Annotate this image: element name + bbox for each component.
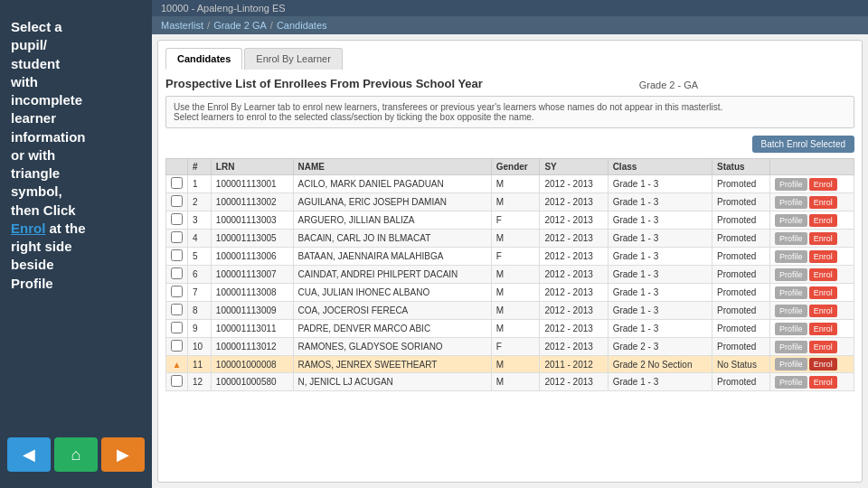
row-checkbox[interactable] bbox=[171, 231, 183, 243]
col-sy-cell: 2012 - 2013 bbox=[540, 338, 608, 356]
school-title: 10000 - Apaleng-Lintong ES bbox=[161, 3, 286, 14]
row-checkbox[interactable] bbox=[171, 375, 183, 387]
tab-enrol-by-learner[interactable]: Enrol By Learner bbox=[244, 48, 343, 70]
col-lrn-cell: 100001113001 bbox=[211, 175, 293, 193]
row-checkbox[interactable] bbox=[171, 286, 183, 297]
col-class: Class bbox=[608, 159, 712, 175]
row-actions-cell: ProfileEnrol bbox=[770, 356, 854, 373]
enrol-button[interactable]: Enrol bbox=[809, 196, 837, 209]
row-actions-cell: ProfileEnrol bbox=[770, 193, 854, 211]
table-row: 3100001113003ARGUERO, JILLIAN BALIZAF201… bbox=[166, 211, 854, 230]
profile-button[interactable]: Profile bbox=[775, 323, 807, 335]
profile-button[interactable]: Profile bbox=[775, 196, 807, 209]
back-button[interactable]: ◀ bbox=[7, 437, 51, 472]
breadcrumb-sep2: / bbox=[270, 20, 273, 31]
row-actions-cell: ProfileEnrol bbox=[770, 266, 854, 284]
col-sy-cell: 2012 - 2013 bbox=[540, 266, 608, 284]
col-class-cell: Grade 1 - 3 bbox=[608, 248, 712, 266]
col-lrn-cell: 100001113012 bbox=[211, 338, 293, 356]
col-gender: Gender bbox=[491, 159, 540, 175]
col-class-cell: Grade 1 - 3 bbox=[608, 211, 712, 230]
profile-button[interactable]: Profile bbox=[775, 232, 807, 245]
profile-button[interactable]: Profile bbox=[775, 376, 807, 389]
profile-button[interactable]: Profile bbox=[775, 214, 807, 227]
row-checkbox[interactable] bbox=[171, 322, 183, 333]
breadcrumb-candidates[interactable]: Candidates bbox=[277, 20, 327, 31]
col-num-cell: 11 bbox=[188, 356, 212, 373]
profile-button[interactable]: Profile bbox=[775, 178, 807, 191]
table-row: 5100001113006BATAAN, JAENNAIRA MALAHIBGA… bbox=[166, 248, 854, 266]
profile-button[interactable]: Profile bbox=[775, 250, 807, 263]
enrol-button[interactable]: Enrol bbox=[809, 323, 837, 335]
col-status-cell: Promoted bbox=[712, 266, 770, 284]
enrol-button[interactable]: Enrol bbox=[809, 214, 837, 227]
enrol-button[interactable]: Enrol bbox=[809, 178, 837, 191]
row-checkbox[interactable] bbox=[171, 195, 183, 207]
col-name-cell: RAMONES, GLADYSOE SORIANO bbox=[293, 338, 491, 356]
row-checkbox[interactable] bbox=[171, 213, 183, 225]
col-num-cell: 7 bbox=[188, 284, 212, 302]
row-checkbox-cell bbox=[166, 373, 188, 391]
col-actions bbox=[770, 159, 854, 175]
enrol-button[interactable]: Enrol bbox=[809, 232, 837, 245]
col-num-cell: 9 bbox=[188, 320, 212, 338]
breadcrumb-grade[interactable]: Grade 2 GA bbox=[213, 20, 267, 31]
enrol-button[interactable]: Enrol bbox=[809, 268, 837, 281]
col-class-cell: Grade 1 - 3 bbox=[608, 320, 712, 338]
profile-button[interactable]: Profile bbox=[775, 305, 807, 317]
tab-bar: Candidates Enrol By Learner bbox=[165, 48, 854, 70]
col-status-cell: No Status bbox=[712, 356, 770, 373]
tab-candidates[interactable]: Candidates bbox=[165, 48, 242, 70]
col-name-cell: AGUILANA, ERIC JOSEPH DAMIAN bbox=[293, 193, 491, 211]
col-sy-cell: 2012 - 2013 bbox=[540, 248, 608, 266]
col-lrn-cell: 100001113008 bbox=[211, 284, 293, 302]
enrol-button[interactable]: Enrol bbox=[809, 358, 837, 371]
col-class-cell: Grade 1 - 3 bbox=[608, 230, 712, 248]
col-class-cell: Grade 1 - 3 bbox=[608, 175, 712, 193]
profile-button[interactable]: Profile bbox=[775, 341, 807, 353]
col-sy-cell: 2012 - 2013 bbox=[540, 302, 608, 320]
row-checkbox-cell bbox=[166, 284, 188, 302]
batch-enrol-button[interactable]: Batch Enrol Selected bbox=[752, 136, 854, 153]
sidebar-instruction: Select a pupil/ student with incomplete … bbox=[0, 9, 152, 302]
row-checkbox[interactable] bbox=[171, 177, 183, 189]
row-checkbox-cell bbox=[166, 175, 188, 193]
profile-button[interactable]: Profile bbox=[775, 286, 807, 299]
home-button[interactable]: ⌂ bbox=[54, 437, 98, 472]
col-sy-cell: 2012 - 2013 bbox=[540, 230, 608, 248]
col-sy-cell: 2012 - 2013 bbox=[540, 211, 608, 230]
enrol-text-link: Enrol bbox=[11, 221, 45, 236]
table-row: 7100001113008CUA, JULIAN IHONEC ALBANOM2… bbox=[166, 284, 854, 302]
topbar: 10000 - Apaleng-Lintong ES bbox=[152, 0, 868, 16]
profile-button[interactable]: Profile bbox=[775, 268, 807, 281]
enrol-button[interactable]: Enrol bbox=[809, 250, 837, 263]
table-row: 10100001113012RAMONES, GLADYSOE SORIANOF… bbox=[166, 338, 854, 356]
enrol-button[interactable]: Enrol bbox=[809, 341, 837, 353]
col-class-cell: Grade 1 - 3 bbox=[608, 266, 712, 284]
row-checkbox[interactable] bbox=[171, 249, 183, 261]
col-sy-cell: 2012 - 2013 bbox=[540, 175, 608, 193]
profile-button[interactable]: Profile bbox=[775, 358, 807, 371]
enrollees-table: # LRN NAME Gender SY Class Status 110000… bbox=[165, 158, 854, 391]
row-checkbox[interactable] bbox=[171, 340, 183, 352]
col-status-cell: Promoted bbox=[712, 193, 770, 211]
enrol-button[interactable]: Enrol bbox=[809, 376, 837, 389]
col-class-cell: Grade 1 - 3 bbox=[608, 302, 712, 320]
col-name: NAME bbox=[293, 159, 491, 175]
forward-button[interactable]: ▶ bbox=[101, 437, 145, 472]
col-status: Status bbox=[712, 159, 770, 175]
enrol-button[interactable]: Enrol bbox=[809, 286, 837, 299]
row-actions-cell: ProfileEnrol bbox=[770, 211, 854, 230]
col-sy-cell: 2012 - 2013 bbox=[540, 284, 608, 302]
breadcrumb-masterlist[interactable]: Masterlist bbox=[161, 20, 203, 31]
col-sy-cell: 2011 - 2012 bbox=[540, 356, 608, 373]
enrol-button[interactable]: Enrol bbox=[809, 305, 837, 317]
row-actions-cell: ProfileEnrol bbox=[770, 302, 854, 320]
row-checkbox[interactable] bbox=[171, 304, 183, 315]
col-sy-cell: 2012 - 2013 bbox=[540, 193, 608, 211]
row-checkbox-cell bbox=[166, 248, 188, 266]
col-status-cell: Promoted bbox=[712, 320, 770, 338]
table-row: 4100001113005BACAIN, CARL JO IN BLMACATM… bbox=[166, 230, 854, 248]
col-num-cell: 8 bbox=[188, 302, 212, 320]
row-checkbox[interactable] bbox=[171, 267, 183, 279]
